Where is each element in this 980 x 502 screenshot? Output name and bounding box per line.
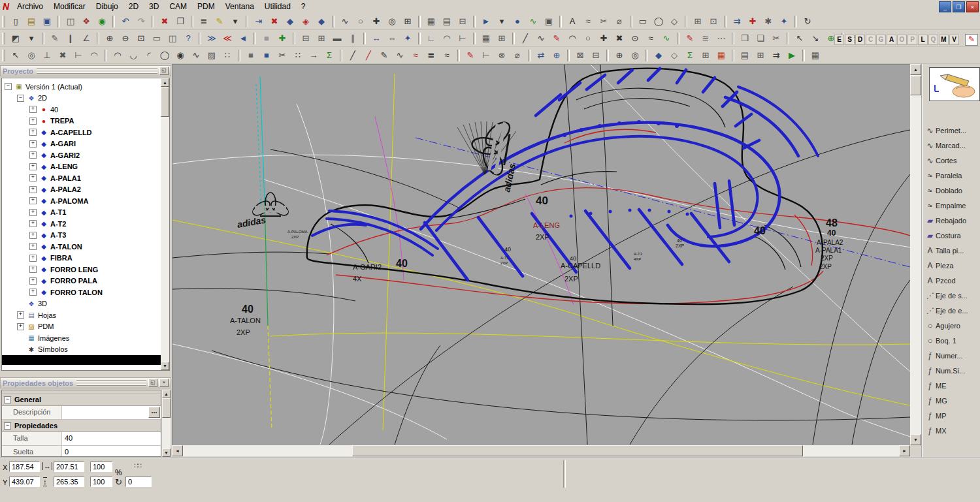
fast-forward-icon[interactable]: ≫	[204, 31, 219, 46]
green-wave-icon[interactable]: ∿	[526, 14, 540, 29]
tree-item-a-talon[interactable]: +◆A-TALON	[2, 241, 169, 253]
menu-dibujo[interactable]: Dibujo	[91, 1, 123, 12]
x-draw-icon[interactable]: ✖	[612, 31, 627, 46]
tool-doblado[interactable]: ≈Doblado	[923, 183, 980, 198]
scroll-thumb[interactable]	[162, 398, 171, 418]
dim-icon[interactable]: ⊢	[455, 31, 470, 46]
cut-piece-icon[interactable]: ✂	[275, 48, 289, 63]
toolbar-grip[interactable]	[2, 16, 5, 27]
canvas-vscrollbar[interactable]: ▲ ▼	[910, 64, 921, 445]
layers-icon[interactable]: ≣	[197, 14, 211, 29]
redo-icon[interactable]: ↷	[134, 14, 148, 29]
expand-icon[interactable]: +	[29, 106, 37, 113]
indicator-letter-p[interactable]: P	[907, 35, 917, 45]
box-x-icon[interactable]: ⊠	[573, 48, 587, 63]
scale-x-field[interactable]: 100	[90, 462, 112, 472]
tree-item-a-pala2[interactable]: +◆A-PALA2	[2, 184, 169, 196]
tool-cortes[interactable]: ∿Cortes	[923, 153, 980, 168]
tree-item-40[interactable]: +●40	[2, 104, 169, 116]
expand-icon[interactable]: +	[29, 243, 37, 250]
circle-x-icon[interactable]: ⊗	[495, 48, 509, 63]
to-front-icon[interactable]: ↖	[792, 31, 807, 46]
menu-item[interactable]: ?	[296, 1, 311, 12]
arc-3pt-icon[interactable]: ◜	[142, 48, 156, 63]
align-grid-icon[interactable]: ⊞	[314, 31, 329, 46]
expand-icon[interactable]: +	[29, 232, 37, 239]
menu-3d[interactable]: 3D	[144, 1, 164, 12]
expand-icon[interactable]: +	[29, 151, 37, 159]
delete-icon[interactable]: ✖	[157, 14, 172, 29]
tree-item-item[interactable]	[2, 355, 169, 365]
dim-line-icon[interactable]: ⊢	[479, 48, 493, 63]
undo-icon[interactable]: ↶	[118, 14, 133, 29]
tool-costura[interactable]: ▰Costura	[923, 228, 980, 243]
line-draw-icon[interactable]: ╱	[518, 31, 532, 46]
tool-paralela[interactable]: ≈Paralela	[923, 168, 980, 183]
scroll-up-icon[interactable]: ▲	[910, 64, 921, 75]
arrow-dbl-icon[interactable]: ⇔	[385, 31, 399, 46]
approx-icon[interactable]: ≊	[698, 31, 713, 46]
cross-draw-icon[interactable]: ✚	[596, 31, 611, 46]
gray-box-icon[interactable]: ■	[259, 31, 274, 46]
collapse-icon[interactable]: −	[4, 396, 11, 403]
tool-numer[interactable]: ƒNumer...	[923, 348, 980, 363]
grid3-icon[interactable]: ⊡	[706, 14, 721, 29]
tree-item-a-capelld[interactable]: +◆A-CAPELLD	[2, 127, 169, 138]
zoom-in-icon[interactable]: ⊕	[103, 31, 117, 46]
blue-dot-icon[interactable]: ●	[510, 14, 525, 29]
tool-pzcod[interactable]: APzcod	[923, 273, 980, 288]
distribute-icon[interactable]: ∥	[346, 31, 360, 46]
grid-tool-icon[interactable]: ⊞	[400, 14, 415, 29]
wave3-icon[interactable]: ≈	[440, 48, 454, 63]
canvas-hscrollbar[interactable]: ◄ ►	[172, 445, 910, 456]
expand-icon[interactable]: +	[29, 277, 37, 285]
indicator-letter-c[interactable]: C	[866, 35, 875, 45]
property-group-propiedades[interactable]: −Propiedades	[2, 420, 161, 432]
menu-cam[interactable]: CAM	[164, 1, 192, 12]
tree-item-2d[interactable]: −❖2D	[2, 93, 169, 104]
expand-icon[interactable]: +	[17, 311, 24, 319]
print-icon[interactable]: ◫	[63, 14, 78, 29]
green-plus-icon[interactable]: ✚	[275, 31, 289, 46]
maximize-button[interactable]: ❐	[953, 1, 965, 12]
tree-item-a-t3[interactable]: +◆A-T3	[2, 230, 169, 242]
indicator-letter-q[interactable]: Q	[928, 35, 938, 45]
freehand-icon[interactable]: ∿	[189, 48, 203, 63]
select-mode-icon[interactable]: ◩	[8, 31, 23, 46]
property-value-descripci-n[interactable]: ...	[62, 406, 161, 419]
indicator-letter-v[interactable]: V	[949, 35, 959, 45]
arrow-lr-icon[interactable]: ↔	[369, 31, 384, 46]
pattern-icon[interactable]: ∷	[220, 48, 235, 63]
expand-icon[interactable]: +	[17, 323, 24, 330]
scroll-up-icon[interactable]: ▲	[161, 78, 169, 87]
subtract-icon[interactable]: ❏	[753, 31, 768, 46]
close-button[interactable]: ×	[966, 1, 979, 12]
flow2-icon[interactable]: ⇉	[769, 48, 783, 63]
scroll-thumb[interactable]	[161, 87, 169, 117]
tool-eje-de-s[interactable]: ⋰Eje de s...	[923, 288, 980, 303]
to-back-icon[interactable]: ↘	[808, 31, 823, 46]
rotate-icon[interactable]: ↻	[115, 477, 122, 487]
steps-icon[interactable]: ≣	[424, 48, 438, 63]
spark-icon[interactable]: ✦	[400, 31, 415, 46]
info-icon[interactable]: ◉	[95, 14, 109, 29]
solid-b-icon[interactable]: ■	[259, 48, 274, 63]
project-tree-scrollbar[interactable]: ▲ ▼	[161, 78, 169, 370]
solid-a-icon[interactable]: ■	[244, 48, 258, 63]
print-area-icon[interactable]: ◫	[165, 31, 180, 46]
expand-icon[interactable]: +	[29, 140, 37, 148]
ruler-icon[interactable]: ▭	[150, 31, 164, 46]
properties-dock-button[interactable]: ◱	[148, 379, 157, 387]
draw-pen-icon[interactable]: ✎	[48, 31, 62, 46]
pencil-dropdown-icon[interactable]: ▾	[228, 14, 242, 29]
diamond-group-icon[interactable]: ◆	[651, 48, 666, 63]
expand-icon[interactable]: +	[29, 197, 37, 204]
property-value-suelta[interactable]: 0	[62, 446, 161, 457]
diameter-icon[interactable]: ⌀	[612, 14, 627, 29]
snap-mid-icon[interactable]: ⊥	[40, 48, 54, 63]
scroll-up-icon[interactable]: ▲	[162, 390, 171, 398]
expand-icon[interactable]: +	[29, 255, 37, 262]
x-coordinate-field[interactable]: 187.54	[9, 462, 40, 472]
collapse-icon[interactable]: −	[4, 422, 11, 430]
diam2-icon[interactable]: ⌀	[510, 48, 525, 63]
